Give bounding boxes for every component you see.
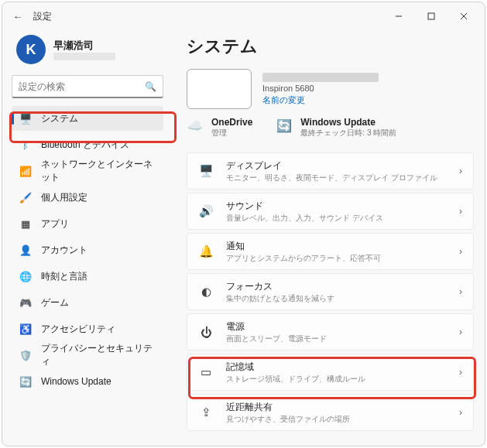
sidebar-item-label: アカウント — [41, 244, 87, 257]
chevron-right-icon: › — [459, 286, 462, 297]
card-power[interactable]: ⏻ 電源画面とスリープ、電源モード › — [187, 313, 474, 351]
sidebar-item-label: アクセシビリティ — [41, 323, 115, 336]
search-input[interactable] — [19, 81, 145, 92]
windows-update-card[interactable]: 🔄 Windows Update 最終チェック日時: 3 時間前 — [276, 117, 396, 139]
chevron-right-icon: › — [459, 246, 462, 257]
card-notifications[interactable]: 🔔 通知アプリとシステムからのアラート、応答不可 › — [187, 233, 474, 270]
storage-icon: ▭ — [198, 365, 214, 379]
sidebar-item-label: プライバシーとセキュリティ — [41, 342, 156, 368]
chevron-right-icon: › — [459, 166, 462, 176]
device-thumbnail[interactable] — [187, 69, 252, 109]
windows-update-icon: 🔄 — [276, 117, 293, 134]
account-icon: 👤 — [19, 244, 32, 256]
device-name-blurred — [262, 73, 379, 82]
onedrive-card[interactable]: ☁️ OneDrive 管理 — [187, 117, 252, 139]
quick-links: ☁️ OneDrive 管理 🔄 Windows Update 最終チェック日時… — [187, 117, 474, 139]
maximize-button[interactable] — [415, 5, 448, 27]
onedrive-sub: 管理 — [211, 128, 252, 139]
nav-list: 🖥️ システム ᛒ Bluetooth とデバイス 📶 ネットワークとインターネ… — [12, 106, 163, 394]
card-sound[interactable]: 🔊 サウンド音量レベル、出力、入力、サウンド デバイス › — [187, 193, 474, 230]
shield-icon: 🛡️ — [19, 349, 32, 361]
wifi-icon: 📶 — [19, 165, 32, 177]
search-icon: 🔍 — [145, 81, 156, 92]
profile-name: 早瀬浩司 — [53, 39, 115, 53]
sidebar-item-label: アプリ — [41, 217, 69, 231]
focus-icon: ◐ — [198, 285, 214, 299]
minimize-button[interactable] — [382, 5, 415, 27]
device-info: Inspiron 5680 名前の変更 — [187, 69, 474, 109]
sidebar-item-label: システム — [41, 112, 78, 125]
power-icon: ⏻ — [198, 326, 214, 339]
card-storage[interactable]: ▭ 記憶域ストレージ領域、ドライブ、構成ルール › — [187, 354, 474, 391]
rename-link[interactable]: 名前の変更 — [262, 94, 379, 106]
sidebar-item-bluetooth[interactable]: ᛒ Bluetooth とデバイス — [12, 132, 163, 157]
settings-window: ← 設定 K 早瀬浩司 🔍 🖥️ システム — [2, 2, 485, 446]
card-display[interactable]: 🖥️ ディスプレイモニター、明るさ、夜間モード、ディスプレイ プロファイル › — [187, 152, 474, 190]
main-panel: システム Inspiron 5680 名前の変更 ☁️ OneDrive 管理 — [173, 30, 485, 446]
page-title: システム — [187, 35, 474, 58]
sidebar-item-label: Windows Update — [41, 376, 111, 387]
close-button[interactable] — [448, 5, 480, 27]
card-nearby-sharing[interactable]: ⇪ 近距離共有見つけやすさ、受信ファイルの場所 › — [187, 394, 474, 431]
sidebar-item-label: Bluetooth とデバイス — [41, 139, 129, 152]
sidebar-item-network[interactable]: 📶 ネットワークとインターネット — [12, 159, 163, 183]
sidebar-item-apps[interactable]: ▦ アプリ — [12, 211, 163, 236]
sound-icon: 🔊 — [198, 204, 214, 218]
svg-rect-1 — [428, 13, 434, 19]
apps-icon: ▦ — [19, 217, 32, 230]
sidebar-item-privacy[interactable]: 🛡️ プライバシーとセキュリティ — [12, 343, 163, 368]
search-box[interactable]: 🔍 — [12, 75, 163, 98]
device-model: Inspiron 5680 — [262, 84, 379, 93]
sidebar-item-gaming[interactable]: 🎮 ゲーム — [12, 290, 163, 315]
system-icon: 🖥️ — [19, 112, 32, 125]
update-icon: 🔄 — [19, 375, 32, 388]
bell-icon: 🔔 — [198, 245, 214, 258]
settings-list: 🖥️ ディスプレイモニター、明るさ、夜間モード、ディスプレイ プロファイル › … — [187, 152, 474, 431]
sidebar: K 早瀬浩司 🔍 🖥️ システム ᛒ Bluetooth とデバイス — [2, 30, 173, 446]
display-icon: 🖥️ — [198, 164, 214, 178]
chevron-right-icon: › — [459, 206, 462, 217]
update-sub: 最終チェック日時: 3 時間前 — [300, 128, 396, 139]
sidebar-item-update[interactable]: 🔄 Windows Update — [12, 369, 163, 394]
onedrive-title: OneDrive — [211, 117, 252, 128]
bluetooth-icon: ᛒ — [19, 139, 32, 151]
window-title: 設定 — [33, 10, 52, 23]
clock-icon: 🌐 — [19, 270, 32, 282]
onedrive-icon: ☁️ — [187, 117, 204, 134]
profile-email-blurred — [53, 53, 115, 60]
sidebar-item-label: ネットワークとインターネット — [41, 158, 156, 184]
sidebar-item-accessibility[interactable]: ♿ アクセシビリティ — [12, 316, 163, 341]
update-title: Windows Update — [300, 117, 396, 128]
chevron-right-icon: › — [459, 367, 462, 378]
accessibility-icon: ♿ — [19, 323, 32, 335]
sidebar-item-time-language[interactable]: 🌐 時刻と言語 — [12, 264, 163, 289]
sidebar-item-label: ゲーム — [41, 296, 69, 309]
brush-icon: 🖌️ — [19, 191, 32, 203]
share-icon: ⇪ — [198, 405, 214, 419]
sidebar-item-label: 個人用設定 — [41, 191, 87, 204]
account-profile[interactable]: K 早瀬浩司 — [12, 30, 163, 75]
sidebar-item-personalization[interactable]: 🖌️ 個人用設定 — [12, 185, 163, 210]
chevron-right-icon: › — [459, 407, 462, 418]
sidebar-item-system[interactable]: 🖥️ システム — [12, 106, 163, 131]
sidebar-item-accounts[interactable]: 👤 アカウント — [12, 238, 163, 262]
avatar: K — [16, 35, 46, 64]
chevron-right-icon: › — [459, 327, 462, 337]
back-button[interactable]: ← — [7, 11, 29, 22]
sidebar-item-label: 時刻と言語 — [41, 270, 87, 283]
titlebar: ← 設定 — [2, 2, 485, 30]
card-focus[interactable]: ◐ フォーカス集中の妨げとなる通知を減らす › — [187, 273, 474, 310]
gaming-icon: 🎮 — [19, 296, 32, 309]
